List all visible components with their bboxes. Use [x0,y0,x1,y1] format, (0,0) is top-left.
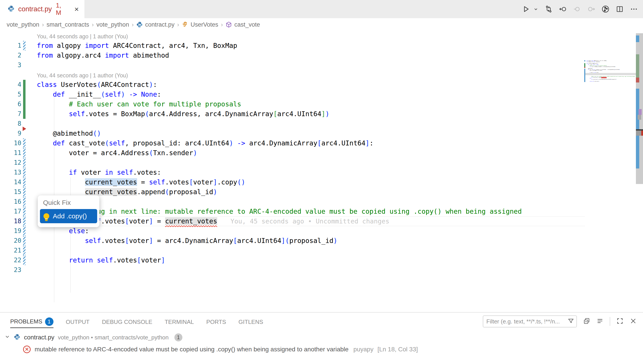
added-lines-marker [23,80,26,90]
line-number-19[interactable]: 19 [0,226,21,236]
code-line-14[interactable]: 14 current_votes = self.votes[voter].cop… [0,177,585,187]
breadcrumb-item-smart_contracts[interactable]: smart_contracts [47,21,89,28]
modified-lines-marker [23,246,26,256]
panel-tab-ports[interactable]: PORTS [206,316,226,328]
code-line-22[interactable]: 22 return self.votes[voter] [0,256,585,265]
quick-fix-add-copy-action[interactable]: Add .copy() [40,209,97,223]
panel-tab-output[interactable]: OUTPUT [66,316,90,328]
code-line-10[interactable]: 10 def cast_vote(self, proposal_id: arc4… [0,138,585,148]
code-text: from algopy.arc4 import abimethod [37,50,585,60]
chevron-down-icon[interactable] [5,334,10,341]
line-number-8[interactable]: 8 [0,119,21,128]
code-token: def [53,90,65,98]
line-number-11[interactable]: 11 [0,148,21,158]
line-number-5[interactable]: 5 [0,90,21,99]
next-change-icon[interactable] [587,5,595,13]
code-line-1[interactable]: 1from algopy import ARC4Contract, arc4, … [0,41,585,50]
code-line-13[interactable]: 13 if voter in self.votes: [0,168,585,177]
code-line-4[interactable]: 4class UserVotes(ARC4Contract): [0,80,585,90]
code-token: ) [213,188,217,196]
code-line-2[interactable]: 2from algopy.arc4 import abimethod [0,50,585,60]
code-line-8[interactable]: 8 [0,119,585,128]
line-number-18[interactable]: 18 [0,216,21,226]
line-number-3[interactable]: 3 [0,60,21,70]
line-number-23[interactable]: 23 [0,265,21,275]
line-number-13[interactable]: 13 [0,168,21,177]
collapse-all-icon[interactable] [596,318,603,326]
code-text [37,119,585,128]
line-number-15[interactable]: 15 [0,187,21,197]
code-token [125,90,129,98]
code-line-9[interactable]: 9 @abimethod() [0,128,585,138]
panel-tab-gitlens[interactable]: GITLENS [238,316,263,328]
code-token: .votes [165,178,189,186]
problems-filter-input[interactable] [486,318,567,325]
code-token: -> [237,139,245,147]
code-line-3[interactable]: 3 [0,60,585,70]
tab-contract-py[interactable]: contract.py 1, M × [0,0,85,18]
line-number-12[interactable]: 12 [0,158,21,168]
close-panel-icon[interactable] [630,318,637,326]
code-token: -> [129,90,137,98]
line-number-20[interactable]: 20 [0,236,21,246]
line-number-6[interactable]: 6 [0,99,21,109]
code-token: .votes = BoxMap [591,66,597,67]
more-actions-icon[interactable] [630,5,638,13]
code-line-20[interactable]: 20 self.votes[voter] = arc4.DynamicArray… [0,236,585,246]
code-token: ) [325,110,329,118]
run-python-file-button[interactable] [522,5,530,13]
code-line-6[interactable]: 6 # Each user can vote for multiple prop… [0,99,585,109]
code-text: # Bug in next line: mutable reference to… [37,206,585,216]
previous-change-icon[interactable] [573,5,581,13]
breadcrumb-item-contract.py[interactable]: contract.py [136,21,174,28]
go-back-change-icon[interactable] [559,5,567,13]
code-line-23[interactable]: 23 [0,265,585,275]
panel-tab-terminal[interactable]: TERMINAL [165,316,194,328]
line-number-9[interactable]: 9 [0,128,21,138]
code-line-11[interactable]: 11 voter = arc4.Address(Txn.sender) [0,148,585,158]
code-token: [ [273,110,277,118]
problem-row[interactable]: ✕ mutable reference to ARC-4-encoded val… [23,344,418,355]
line-number-2[interactable]: 2 [0,50,21,60]
python-icon [136,21,143,28]
line-number-7[interactable]: 7 [0,109,21,119]
breadcrumb-item-UserVotes[interactable]: UserVotes [182,21,218,28]
code-line-5[interactable]: 5 def __init__(self) -> None: [0,90,585,99]
maximize-panel-icon[interactable] [616,318,623,326]
line-number-1[interactable]: 1 [0,41,21,50]
minimap[interactable]: from algopy import ARC4Contract, arc4, T… [584,60,636,118]
code-token [586,66,589,67]
line-number-10[interactable]: 10 [0,138,21,148]
code-line-19[interactable]: 19 else: [0,226,585,236]
code-token: voter [129,217,149,225]
close-icon[interactable]: × [74,5,79,13]
panel-tab-debug-console[interactable]: DEBUG CONSOLE [102,316,152,328]
modified-lines-marker [23,187,26,197]
minimap-gutter-bar [584,69,585,82]
breadcrumb-item-vote_python[interactable]: vote_python [97,21,129,28]
panel-tab-problems[interactable]: PROBLEMS1 [10,316,54,328]
view-as-table-icon[interactable] [583,318,590,326]
code-line-21[interactable]: 21 [0,246,585,256]
line-number-4[interactable]: 4 [0,80,21,90]
line-number-21[interactable]: 21 [0,246,21,256]
line-number-16[interactable]: 16 [0,197,21,206]
code-token [586,64,588,65]
breadcrumb-item-cast_vote[interactable]: cast_vote [225,21,260,28]
code-editor[interactable]: You, 44 seconds ago | 1 author (You)1fro… [0,31,643,312]
line-number-14[interactable]: 14 [0,177,21,187]
line-number-22[interactable]: 22 [0,256,21,265]
run-dropdown-chevron-icon[interactable] [533,5,539,13]
problems-file-group-row[interactable]: contract.py vote_python • smart_contract… [5,332,182,343]
breadcrumb-item-vote_python[interactable]: vote_python [7,21,39,28]
commit-graph-icon[interactable] [601,5,610,13]
line-number-17[interactable]: 17 [0,206,21,216]
open-changes-icon[interactable] [544,5,553,13]
code-token: Txn.sender [153,149,193,157]
code-token: self [85,237,101,244]
code-line-7[interactable]: 7 self.votes = BoxMap(arc4.Address, arc4… [0,109,585,119]
code-line-12[interactable]: 12 [0,158,585,168]
overview-ruler[interactable] [636,31,643,312]
split-editor-icon[interactable] [615,5,624,13]
filter-icon[interactable] [567,318,574,325]
